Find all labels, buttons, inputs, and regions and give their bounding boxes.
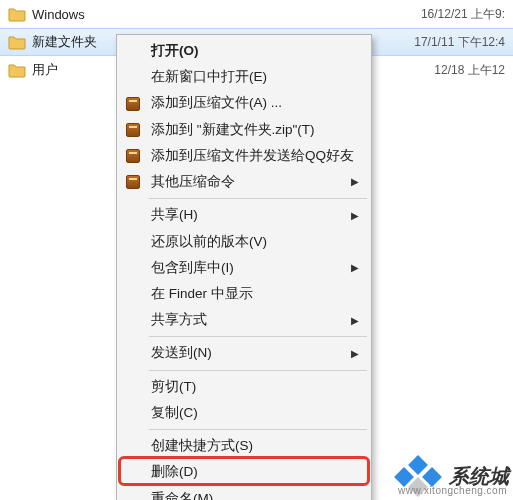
menu-separator [149, 429, 367, 430]
file-date: 12/18 上午12 [434, 62, 505, 79]
menu-label: 其他压缩命令 [151, 173, 235, 191]
submenu-arrow-icon: ▶ [351, 209, 359, 223]
menu-label: 包含到库中(I) [151, 259, 234, 277]
menu-label: 打开(O) [151, 42, 199, 60]
submenu-arrow-icon: ▶ [351, 314, 359, 328]
menu-label: 删除(D) [151, 463, 198, 481]
archive-icon [125, 148, 141, 164]
menu-show-in-finder[interactable]: 在 Finder 中显示 [119, 281, 369, 307]
menu-other-compress[interactable]: 其他压缩命令 ▶ [119, 169, 369, 195]
file-name: Windows [32, 7, 413, 22]
menu-separator [149, 336, 367, 337]
menu-cut[interactable]: 剪切(T) [119, 374, 369, 400]
context-menu: 打开(O) 在新窗口中打开(E) 添加到压缩文件(A) ... 添加到 "新建文… [116, 34, 372, 500]
menu-open[interactable]: 打开(O) [119, 38, 369, 64]
archive-icon [125, 96, 141, 112]
menu-copy[interactable]: 复制(C) [119, 400, 369, 426]
archive-icon [125, 122, 141, 138]
watermark: 系统城 www.xitongcheng.com [397, 458, 509, 494]
folder-icon [8, 6, 26, 22]
menu-rename[interactable]: 重命名(M) [119, 486, 369, 501]
menu-label: 发送到(N) [151, 344, 212, 362]
menu-label: 在 Finder 中显示 [151, 285, 253, 303]
menu-label: 创建快捷方式(S) [151, 437, 253, 455]
menu-create-shortcut[interactable]: 创建快捷方式(S) [119, 433, 369, 459]
menu-separator [149, 198, 367, 199]
menu-send-to[interactable]: 发送到(N) ▶ [119, 340, 369, 366]
folder-icon [8, 34, 26, 50]
menu-label: 共享方式 [151, 311, 207, 329]
menu-open-new-window[interactable]: 在新窗口中打开(E) [119, 64, 369, 90]
menu-restore-versions[interactable]: 还原以前的版本(V) [119, 229, 369, 255]
archive-icon [125, 174, 141, 190]
menu-label: 还原以前的版本(V) [151, 233, 267, 251]
submenu-arrow-icon: ▶ [351, 261, 359, 275]
menu-label: 添加到 "新建文件夹.zip"(T) [151, 121, 315, 139]
menu-include-in-library[interactable]: 包含到库中(I) ▶ [119, 255, 369, 281]
menu-label: 添加到压缩文件并发送给QQ好友 [151, 147, 354, 165]
menu-label: 在新窗口中打开(E) [151, 68, 267, 86]
file-row[interactable]: Windows 16/12/21 上午9: [0, 0, 513, 28]
menu-share-h[interactable]: 共享(H) ▶ [119, 202, 369, 228]
menu-label: 共享(H) [151, 206, 198, 224]
folder-icon [8, 62, 26, 78]
menu-compress-send-qq[interactable]: 添加到压缩文件并发送给QQ好友 [119, 143, 369, 169]
file-date: 17/1/11 下午12:4 [414, 34, 505, 51]
submenu-arrow-icon: ▶ [351, 347, 359, 361]
file-date: 16/12/21 上午9: [421, 6, 505, 23]
menu-share-ways[interactable]: 共享方式 ▶ [119, 307, 369, 333]
menu-label: 重命名(M) [151, 490, 213, 501]
menu-label: 剪切(T) [151, 378, 196, 396]
menu-add-to-archive[interactable]: 添加到压缩文件(A) ... [119, 90, 369, 116]
menu-separator [149, 370, 367, 371]
menu-add-to-named-zip[interactable]: 添加到 "新建文件夹.zip"(T) [119, 117, 369, 143]
submenu-arrow-icon: ▶ [351, 175, 359, 189]
menu-delete[interactable]: 删除(D) [119, 459, 369, 485]
menu-label: 添加到压缩文件(A) ... [151, 94, 282, 112]
watermark-url: www.xitongcheng.com [398, 485, 507, 496]
menu-label: 复制(C) [151, 404, 198, 422]
